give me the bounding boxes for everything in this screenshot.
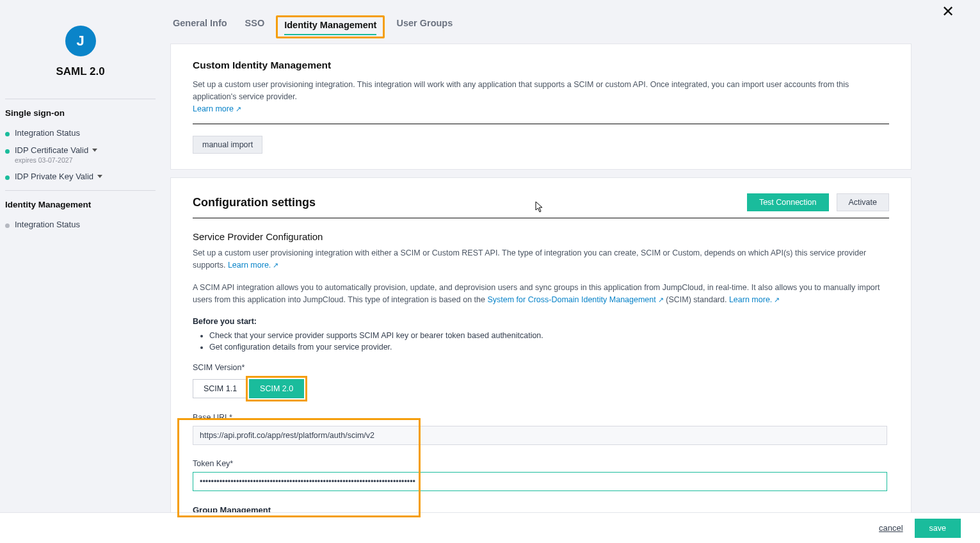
- avatar: J: [65, 26, 96, 56]
- learn-more-link[interactable]: Learn more.: [228, 261, 278, 270]
- base-url-input[interactable]: [193, 426, 887, 445]
- save-button[interactable]: save: [915, 519, 961, 538]
- tab-bar: General Info SSO Identity Management Use…: [170, 18, 912, 44]
- main-content: General Info SSO Identity Management Use…: [170, 18, 912, 527]
- divider: [193, 124, 889, 124]
- test-connection-button[interactable]: Test Connection: [747, 193, 829, 211]
- section-heading-idm: Identity Management: [5, 200, 156, 209]
- close-icon[interactable]: ✕: [942, 3, 954, 20]
- status-dot-icon: [5, 149, 10, 154]
- status-label: Integration Status: [15, 220, 80, 229]
- checklist-item: Get configuration details from your serv…: [209, 343, 889, 352]
- status-idm-integration[interactable]: Integration Status: [5, 216, 156, 233]
- card-description: Set up a custom user provisioning integr…: [193, 79, 889, 115]
- tab-sso[interactable]: SSO: [245, 18, 265, 37]
- status-dot-icon: [5, 223, 10, 228]
- status-idp-key[interactable]: IDP Private Key Valid: [5, 168, 156, 185]
- before-you-start-label: Before you start:: [193, 317, 889, 326]
- divider: [193, 218, 889, 218]
- scim-standard-link[interactable]: System for Cross-Domain Identity Managem…: [487, 295, 663, 304]
- divider: [5, 99, 156, 99]
- token-key-label: Token Key*: [193, 459, 889, 468]
- app-title: SAML 2.0: [5, 65, 156, 90]
- section-heading-sso: Single sign-on: [5, 108, 156, 118]
- status-idp-cert[interactable]: IDP Certificate Valid expires 03-07-2027: [5, 142, 156, 168]
- sp-config-desc: Set up a custom user provisioning integr…: [193, 247, 889, 272]
- card-custom-idm: Custom Identity Management Set up a cust…: [170, 44, 912, 170]
- sidebar: J SAML 2.0 Single sign-on Integration St…: [5, 26, 156, 233]
- desc-text: (SCIM) standard.: [664, 295, 729, 304]
- sp-config-heading: Service Provider Configuration: [193, 231, 889, 242]
- status-dot-icon: [5, 175, 10, 180]
- activate-button[interactable]: Activate: [837, 193, 889, 211]
- status-sublabel: expires 03-07-2027: [15, 156, 97, 164]
- config-title: Configuration settings: [193, 196, 316, 209]
- status-label: IDP Certificate Valid: [15, 145, 88, 155]
- chevron-down-icon: [97, 175, 102, 178]
- tab-user-groups[interactable]: User Groups: [396, 18, 453, 37]
- tab-identity-management[interactable]: Identity Management: [284, 20, 376, 35]
- divider: [5, 190, 156, 191]
- tab-general-info[interactable]: General Info: [173, 18, 227, 37]
- scim-paragraph: A SCIM API integration allows you to aut…: [193, 282, 889, 306]
- scim-11-option[interactable]: SCIM 1.1: [193, 379, 248, 398]
- learn-more-link[interactable]: Learn more: [193, 104, 241, 113]
- card-config-settings: Configuration settings Test Connection A…: [170, 177, 912, 519]
- highlight-box: SCIM 2.0: [246, 376, 307, 401]
- status-integration[interactable]: Integration Status: [5, 124, 156, 142]
- base-url-label: Base URL*: [193, 413, 889, 422]
- status-label: IDP Private Key Valid: [15, 172, 93, 181]
- card-title: Custom Identity Management: [193, 60, 889, 71]
- chevron-down-icon: [92, 149, 97, 152]
- highlight-box: Identity Management: [276, 15, 385, 38]
- footer-bar: cancel save: [0, 512, 980, 543]
- checklist: Check that your service provider support…: [209, 331, 889, 352]
- desc-text: Set up a custom user provisioning integr…: [193, 80, 849, 101]
- checklist-item: Check that your service provider support…: [209, 331, 889, 340]
- status-label: Integration Status: [15, 128, 80, 138]
- cancel-link[interactable]: cancel: [879, 523, 903, 533]
- token-key-input[interactable]: [193, 472, 887, 491]
- learn-more-link[interactable]: Learn more.: [729, 295, 780, 304]
- scim-20-option[interactable]: SCIM 2.0: [249, 379, 304, 398]
- desc-text: Set up a custom user provisioning integr…: [193, 248, 866, 270]
- scim-version-label: SCIM Version*: [193, 363, 889, 372]
- manual-import-button[interactable]: manual import: [193, 136, 262, 154]
- status-dot-icon: [5, 132, 10, 136]
